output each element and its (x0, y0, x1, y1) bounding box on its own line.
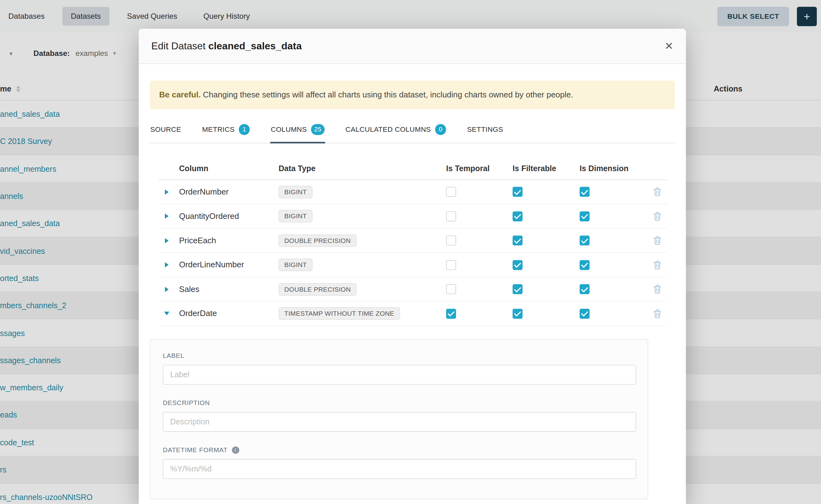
datetime-format-label-text: DATETIME FORMAT (163, 447, 227, 454)
column-name: OrderDate (175, 309, 274, 318)
is-filterable-checkbox[interactable] (513, 309, 523, 319)
tab-calculated-columns-label: CALCULATED COLUMNS (345, 126, 431, 133)
column-name: OrderLineNumber (175, 260, 274, 269)
column-row: QuantityOrdered BIGINT (159, 204, 667, 229)
datetime-format-input[interactable] (163, 459, 636, 479)
label-input[interactable] (163, 365, 636, 385)
column-row: OrderNumber BIGINT (159, 180, 667, 204)
tab-settings-label: SETTINGS (467, 126, 503, 133)
modal-header: Edit Dataset cleaned_sales_data ✕ (139, 29, 686, 64)
is-dimension-checkbox[interactable] (580, 284, 590, 294)
is-filterable-checkbox[interactable] (513, 235, 523, 245)
is-dimension-checkbox[interactable] (580, 260, 590, 270)
is-temporal-header: Is Temporal (442, 164, 509, 172)
column-name: PriceEach (175, 236, 274, 245)
calculated-columns-count-badge: 0 (435, 124, 446, 135)
is-temporal-checkbox[interactable] (446, 187, 456, 197)
delete-column-icon[interactable] (653, 260, 661, 269)
datetime-format-field-label: DATETIME FORMAT i (163, 447, 635, 454)
warning-banner: Be careful. Changing these settings will… (150, 81, 675, 109)
tab-calculated-columns[interactable]: CALCULATED COLUMNS 0 (345, 120, 447, 143)
is-filterable-checkbox[interactable] (513, 284, 523, 294)
is-filterable-checkbox[interactable] (513, 211, 523, 221)
modal-title-prefix: Edit Dataset (151, 40, 205, 51)
data-type-badge: TIMESTAMP WITHOUT TIME ZONE (279, 307, 400, 320)
column-row: OrderLineNumber BIGINT (159, 253, 667, 277)
tab-metrics[interactable]: METRICS 1 (201, 120, 250, 143)
column-row: PriceEach DOUBLE PRECISION (159, 229, 667, 253)
columns-table: Column Data Type Is Temporal Is Filterab… (159, 157, 667, 326)
description-input[interactable] (163, 412, 636, 432)
data-type-badge: BIGINT (279, 185, 313, 198)
expand-caret-icon[interactable] (165, 214, 169, 219)
info-icon[interactable]: i (232, 447, 239, 454)
column-detail-panel: LABEL DESCRIPTION DATETIME FORMAT i (150, 339, 648, 499)
delete-column-icon[interactable] (653, 285, 661, 294)
warning-bold: Be careful. (159, 90, 201, 99)
data-type-badge: BIGINT (279, 259, 313, 271)
is-temporal-checkbox[interactable] (446, 284, 456, 294)
app-root: Databases Datasets Saved Queries Query H… (0, 0, 821, 504)
is-dimension-checkbox[interactable] (580, 235, 590, 245)
column-name: QuantityOrdered (175, 211, 274, 221)
is-dimension-header: Is Dimension (576, 164, 647, 172)
is-temporal-checkbox[interactable] (446, 211, 456, 221)
tab-settings[interactable]: SETTINGS (467, 120, 504, 143)
delete-column-icon[interactable] (653, 309, 661, 318)
datetime-format-field-group: DATETIME FORMAT i (163, 447, 635, 479)
edit-dataset-modal: Edit Dataset cleaned_sales_data ✕ Be car… (139, 29, 686, 504)
is-temporal-checkbox[interactable] (446, 260, 456, 270)
modal-tabs: SOURCE METRICS 1 COLUMNS 25 CALCULATED C… (150, 120, 675, 143)
data-type-badge: DOUBLE PRECISION (279, 234, 356, 247)
close-icon[interactable]: ✕ (665, 41, 673, 52)
label-field-group: LABEL (163, 352, 635, 385)
column-name: OrderNumber (175, 187, 274, 196)
expand-caret-icon[interactable] (165, 287, 169, 292)
is-filterable-header: Is Filterable (508, 164, 576, 172)
column-row: OrderDate TIMESTAMP WITHOUT TIME ZONE (159, 302, 667, 326)
expand-caret-icon[interactable] (164, 312, 169, 315)
delete-column-icon[interactable] (653, 212, 661, 220)
warning-text: Changing these settings will affect all … (200, 90, 573, 99)
is-filterable-checkbox[interactable] (513, 187, 523, 197)
tab-source[interactable]: SOURCE (150, 120, 181, 143)
expand-caret-icon[interactable] (165, 238, 169, 243)
columns-table-header: Column Data Type Is Temporal Is Filterab… (159, 157, 667, 180)
data-type-badge: DOUBLE PRECISION (279, 283, 356, 295)
modal-body: Be careful. Changing these settings will… (139, 81, 686, 499)
column-row: Sales DOUBLE PRECISION (159, 277, 667, 302)
expand-caret-icon[interactable] (165, 262, 169, 268)
tab-columns[interactable]: COLUMNS 25 (270, 120, 325, 143)
is-temporal-checkbox[interactable] (446, 235, 456, 245)
delete-column-icon[interactable] (653, 236, 661, 245)
tab-metrics-label: METRICS (202, 126, 235, 133)
columns-table-rows: OrderNumber BIGINT (159, 180, 667, 326)
column-name: Sales (175, 284, 274, 294)
columns-count-badge: 25 (311, 124, 324, 135)
expand-caret-icon[interactable] (165, 189, 169, 195)
column-header: Column (175, 164, 274, 172)
description-field-group: DESCRIPTION (163, 399, 635, 432)
data-type-badge: BIGINT (279, 210, 313, 222)
data-type-header: Data Type (274, 164, 442, 172)
metrics-count-badge: 1 (239, 124, 250, 135)
tab-source-label: SOURCE (150, 126, 181, 133)
is-dimension-checkbox[interactable] (580, 187, 590, 197)
delete-column-icon[interactable] (653, 187, 661, 196)
tab-columns-label: COLUMNS (271, 126, 307, 133)
is-dimension-checkbox[interactable] (580, 211, 590, 221)
is-temporal-checkbox[interactable] (446, 309, 456, 319)
is-dimension-checkbox[interactable] (580, 309, 590, 319)
description-field-label: DESCRIPTION (163, 399, 635, 407)
modal-title: Edit Dataset cleaned_sales_data (151, 40, 302, 52)
modal-title-dataset-name: cleaned_sales_data (208, 40, 302, 51)
label-field-label: LABEL (163, 352, 635, 359)
is-filterable-checkbox[interactable] (513, 260, 523, 270)
